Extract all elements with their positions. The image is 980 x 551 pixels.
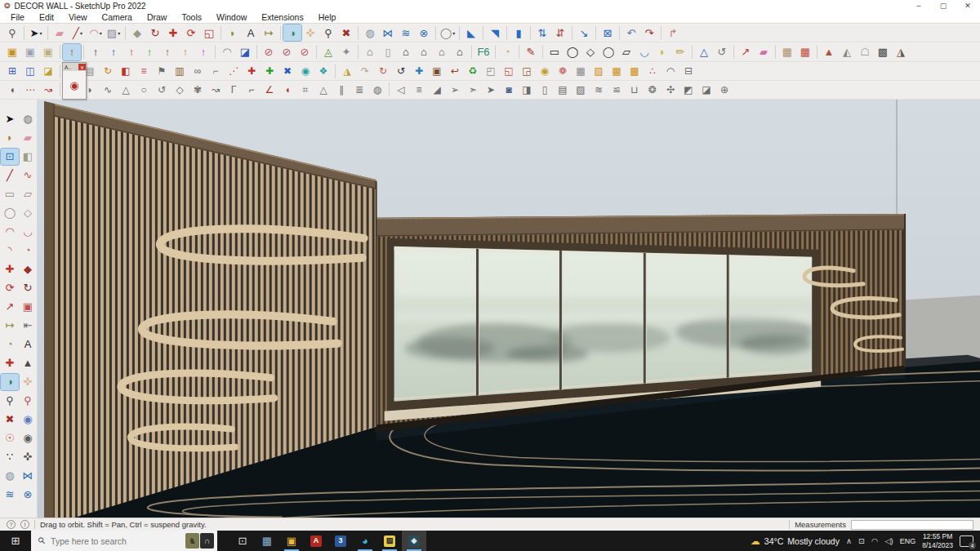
shell-tool[interactable]: ◔ [498, 44, 516, 60]
red-curve-arrow[interactable]: ↻ [374, 63, 392, 79]
menu-extensions[interactable]: Extensions [254, 12, 310, 22]
hatch-square-1[interactable]: ▨ [590, 63, 608, 79]
u-channel[interactable]: ⊔ [626, 82, 644, 98]
solid-box-intersect[interactable]: ▣ [21, 44, 39, 60]
layer-blue[interactable]: ◫ [21, 63, 39, 79]
binoculars[interactable]: ∞ [189, 63, 207, 79]
look-around[interactable]: ◉ [19, 430, 37, 447]
menu-window[interactable]: Window [209, 12, 254, 22]
red-list[interactable]: ≡ [135, 63, 153, 79]
display-section-cuts[interactable]: ⋈ [379, 24, 397, 41]
menu-file[interactable]: File [3, 12, 32, 22]
corner-grid[interactable]: ⊟ [679, 63, 697, 79]
follow-me-tool[interactable]: ↻ [146, 24, 164, 41]
cylinder-shape[interactable]: ▯ [379, 44, 397, 60]
selection-box[interactable]: ⊡ [1, 149, 19, 165]
sandbox-smoove[interactable]: ▲ [820, 44, 838, 60]
solid-box-union[interactable]: ▣ [3, 44, 21, 60]
file-explorer-app[interactable]: ▣ [279, 531, 304, 551]
thick-plus-red[interactable]: ✚ [243, 63, 261, 79]
rotate-tool[interactable]: ⟳ [182, 24, 200, 41]
rotated-rectangle-tool[interactable]: ▱ [19, 186, 37, 202]
wifi-icon[interactable]: ◠ [871, 536, 878, 545]
loop-arrow[interactable]: ↺ [392, 63, 410, 79]
move-tool[interactable]: ✚ [1, 261, 19, 278]
draw-parallelogram[interactable]: ▱ [617, 44, 635, 60]
paint-bucket-tool[interactable]: ◗ [224, 24, 242, 41]
striped-fan-1[interactable]: ◩ [679, 82, 697, 98]
diamond-lines[interactable]: ◇ [171, 82, 189, 98]
pipes-thin[interactable]: ∥ [332, 82, 350, 98]
sandbox-mesh-tri[interactable]: ◮ [892, 44, 910, 60]
disable-b[interactable]: ⊘ [278, 44, 296, 60]
two-point-arc-tool[interactable]: ◡ [19, 224, 37, 240]
house-textured[interactable]: ⌂ [361, 44, 379, 60]
sandbox-from-scratch[interactable]: ▦ [796, 44, 814, 60]
menu-tools[interactable]: Tools [174, 12, 209, 22]
pipes-striped[interactable]: ≣ [350, 82, 368, 98]
zoom-window-tool[interactable]: ⚲ [19, 393, 37, 409]
minimize-button[interactable]: – [906, 0, 931, 12]
floating-mini-toolbar[interactable]: A.. ✕ ◉ [62, 62, 87, 100]
ext-diagonal-link[interactable]: ↘ [575, 24, 593, 41]
3ds-app[interactable]: 3 [328, 531, 353, 551]
close-button[interactable]: ✕ [956, 0, 980, 12]
cone-shape[interactable]: △ [314, 82, 332, 98]
mini-toolbar-close-icon[interactable]: ✕ [78, 64, 86, 70]
cube-rotate-red[interactable]: ◱ [500, 63, 518, 79]
rectangle-tool[interactable]: ▨▾ [105, 24, 122, 41]
three-point-arc-tool[interactable]: ◝ [1, 242, 19, 259]
arrow-wave[interactable]: ↝ [207, 82, 225, 98]
layer-yellow[interactable]: ◪ [39, 63, 57, 79]
search-input[interactable] [51, 536, 147, 546]
polygon-tool[interactable]: ◇ [19, 205, 37, 221]
pie-tool[interactable]: ◔ [19, 242, 37, 259]
circle-outline-grey[interactable]: ○ [135, 82, 153, 98]
freehand-tool[interactable]: ∿ [19, 167, 37, 184]
jpp-normal[interactable]: ↑ [87, 44, 105, 60]
spike-tool[interactable]: ✦ [337, 44, 355, 60]
offset-tool[interactable]: ▣ [19, 299, 37, 315]
ext-solid-bar[interactable]: ▮ [510, 24, 528, 41]
zoom-tool[interactable]: ⚲ [1, 393, 19, 409]
sandbox-from-contours[interactable]: ▦ [778, 44, 796, 60]
fox-curve[interactable]: ↝ [39, 82, 57, 98]
tray-chevron-icon[interactable]: ∧ [846, 536, 852, 545]
zoom-window-tool[interactable]: ⚲ [3, 24, 21, 41]
water-drops[interactable]: ❖ [314, 63, 332, 79]
notification-center-icon[interactable]: 4 [960, 535, 973, 547]
speech-shape[interactable]: ◖ [3, 82, 21, 98]
ext-undo-curve[interactable]: ↶ [622, 24, 640, 41]
zoom-extents-tool[interactable]: ✖ [337, 24, 355, 41]
cube-rotate-brown[interactable]: ◲ [518, 63, 536, 79]
x-dots-red[interactable]: ∴ [644, 63, 662, 79]
house-outline[interactable]: ⌂ [433, 44, 451, 60]
knot-shape[interactable]: ✾ [189, 82, 207, 98]
text-tool[interactable]: A [19, 336, 37, 353]
push-pull-tool[interactable]: ◆ [128, 24, 146, 41]
draw-ellipse[interactable]: ◯ [599, 44, 617, 60]
jpp-vector[interactable]: ↑ [140, 44, 158, 60]
cube-copy[interactable]: ◰ [482, 63, 500, 79]
autocad-app[interactable]: A [304, 531, 328, 551]
dotted-curve-red[interactable]: ⋰ [225, 63, 243, 79]
dimension-tool[interactable]: ⇤ [19, 318, 37, 334]
draw-rectangle[interactable]: ▭ [546, 44, 564, 60]
task-view-button[interactable]: ⊡ [230, 531, 255, 551]
orbit-tool[interactable]: ◑ [1, 374, 19, 390]
sandbox-stamp[interactable]: ◭ [838, 44, 856, 60]
zoom-tool[interactable]: ⚲ [319, 24, 337, 41]
edge-app[interactable]: ◕ [353, 531, 377, 551]
draw-polyline-3d[interactable]: △ [695, 44, 713, 60]
crescent-red[interactable]: ◖ [278, 82, 296, 98]
display-section-fills[interactable]: ≋ [397, 24, 415, 41]
orange-swirl[interactable]: ↻ [99, 63, 117, 79]
sandbox-mesh-dark[interactable]: ▩ [874, 44, 892, 60]
measurements-input[interactable] [851, 520, 973, 530]
display-section-outlines[interactable]: ⊗ [415, 24, 433, 41]
wood-bin[interactable]: ▣ [428, 63, 446, 79]
roller-tool[interactable]: ◙ [500, 82, 518, 98]
eraser-pink[interactable]: ▰ [755, 44, 773, 60]
protractor-tool[interactable]: ◔ [1, 336, 19, 353]
make-component[interactable]: ◍ [19, 111, 37, 127]
